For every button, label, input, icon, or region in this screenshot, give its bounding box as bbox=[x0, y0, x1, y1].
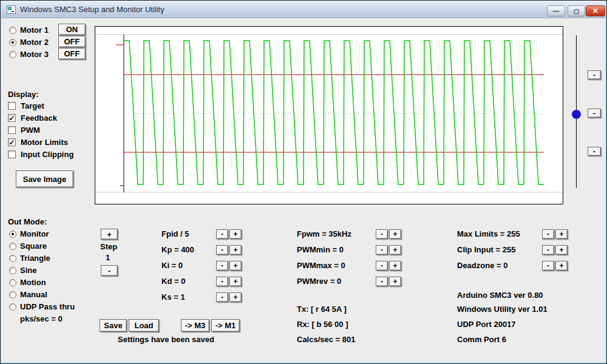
pwm-label: PWM bbox=[21, 126, 40, 135]
load-button[interactable]: Load bbox=[129, 319, 159, 332]
motor1-on-button[interactable]: ON bbox=[58, 24, 86, 35]
app-window: Windows SMC3 Setup and Monitor Utility —… bbox=[0, 0, 607, 364]
maximize-button[interactable]: ▢ bbox=[568, 5, 585, 16]
motor2-radio[interactable] bbox=[9, 39, 16, 46]
pwm-checkbox[interactable] bbox=[8, 126, 16, 134]
pwmrev-plus-button[interactable]: + bbox=[389, 277, 401, 286]
pwmmin-minus-button[interactable]: - bbox=[376, 245, 388, 255]
target-label: Target bbox=[21, 101, 44, 110]
pwmmax-minus-button[interactable]: - bbox=[376, 261, 388, 271]
ks-minus-button[interactable]: - bbox=[216, 292, 228, 302]
deadzone-label: Deadzone = 0 bbox=[457, 261, 507, 270]
kp-label: Kp = 400 bbox=[161, 245, 194, 254]
mode-manual-radio[interactable] bbox=[9, 291, 16, 298]
motor-limits-checkbox[interactable]: ✓ bbox=[8, 138, 16, 146]
ks-label: Ks = 1 bbox=[161, 292, 185, 302]
save-image-button[interactable]: Save Image bbox=[16, 170, 73, 187]
pwmrev-label: PWMrev = 0 bbox=[297, 277, 341, 286]
mode-triangle-label: Triangle bbox=[20, 254, 50, 263]
max-limits-plus-button[interactable]: + bbox=[555, 229, 568, 239]
calcs-per-sec-value: Calcs/sec = 801 bbox=[297, 335, 356, 344]
step-minus-button[interactable]: - bbox=[101, 265, 118, 276]
feedback-checkbox[interactable]: ✓ bbox=[8, 114, 16, 122]
deadzone-minus-button[interactable]: - bbox=[542, 261, 554, 271]
mode-udp-label: UDP Pass thru bbox=[20, 302, 75, 311]
offset-slider-thumb[interactable] bbox=[572, 110, 581, 119]
ki-plus-button[interactable]: + bbox=[229, 261, 242, 271]
motor1-label: Motor 1 bbox=[20, 25, 49, 35]
motor3-off-button[interactable]: OFF bbox=[58, 48, 86, 59]
slider-center-minus-button[interactable]: - bbox=[588, 109, 601, 118]
slider-lower-minus-button[interactable]: - bbox=[588, 147, 601, 156]
ks-plus-button[interactable]: + bbox=[229, 292, 242, 302]
mode-motion-label: Motion bbox=[20, 278, 46, 287]
max-limits-label: Max Limits = 255 bbox=[457, 229, 520, 238]
mode-manual-label: Manual bbox=[20, 290, 47, 299]
motor2-label: Motor 2 bbox=[20, 38, 49, 47]
step-plus-button[interactable]: + bbox=[101, 229, 118, 240]
motor1-radio[interactable] bbox=[9, 27, 16, 34]
pwmmax-plus-button[interactable]: + bbox=[389, 261, 401, 271]
pwmmax-label: PWMmax = 0 bbox=[297, 261, 345, 270]
title-bar[interactable]: Windows SMC3 Setup and Monitor Utility —… bbox=[1, 1, 606, 18]
kd-plus-button[interactable]: + bbox=[229, 277, 242, 286]
tx-value: Tx: [ r 64 5A ] bbox=[297, 305, 347, 314]
minimize-button[interactable]: — bbox=[547, 5, 565, 16]
fpid-plus-button[interactable]: + bbox=[229, 229, 242, 239]
scope-display bbox=[95, 26, 563, 204]
mode-square-label: Square bbox=[20, 241, 47, 251]
pwmrev-minus-button[interactable]: - bbox=[376, 277, 388, 286]
feedback-label: Feedback bbox=[21, 113, 57, 123]
deadzone-plus-button[interactable]: + bbox=[555, 261, 568, 271]
udp-port-text: UDP Port 20017 bbox=[457, 320, 516, 329]
arduino-version-text: Arduino SMC3 ver 0.80 bbox=[457, 291, 543, 300]
mode-sine-radio[interactable] bbox=[9, 267, 16, 274]
mode-motion-radio[interactable] bbox=[9, 279, 16, 286]
comm-port-text: Comm Port 6 bbox=[457, 335, 506, 344]
close-button[interactable]: ✕ bbox=[586, 5, 605, 16]
app-icon bbox=[7, 5, 16, 14]
target-checkbox[interactable] bbox=[8, 102, 16, 110]
mode-monitor-label: Monitor bbox=[20, 229, 49, 238]
pks-per-sec-label: pks/sec = 0 bbox=[20, 314, 63, 323]
pwmmin-plus-button[interactable]: + bbox=[389, 245, 401, 255]
mode-sine-label: Sine bbox=[20, 266, 36, 275]
kp-minus-button[interactable]: - bbox=[216, 245, 228, 255]
windows-utility-version-text: Windows Utility ver 1.01 bbox=[457, 305, 548, 314]
motor3-label: Motor 3 bbox=[20, 50, 49, 59]
to-m1-button[interactable]: -> M1 bbox=[211, 319, 240, 332]
motor3-radio[interactable] bbox=[9, 51, 16, 58]
slider-upper-minus-button[interactable]: - bbox=[588, 70, 601, 79]
mode-square-radio[interactable] bbox=[9, 243, 16, 250]
kp-plus-button[interactable]: + bbox=[229, 245, 242, 255]
kd-label: Kd = 0 bbox=[161, 277, 185, 286]
clip-input-plus-button[interactable]: + bbox=[555, 245, 568, 255]
ki-minus-button[interactable]: - bbox=[216, 261, 228, 271]
pwmmin-label: PWMmin = 0 bbox=[297, 245, 344, 254]
scope-waveform bbox=[95, 27, 563, 204]
fpwm-plus-button[interactable]: + bbox=[389, 229, 401, 239]
window-title: Windows SMC3 Setup and Monitor Utility bbox=[20, 5, 164, 14]
input-clipping-checkbox[interactable] bbox=[8, 150, 16, 158]
clip-input-minus-button[interactable]: - bbox=[542, 245, 554, 255]
step-value: 1 bbox=[106, 253, 110, 262]
mode-triangle-radio[interactable] bbox=[9, 255, 16, 262]
clip-input-label: Clip Input = 255 bbox=[457, 245, 515, 254]
display-section-label: Display: bbox=[8, 90, 39, 99]
motor2-off-button[interactable]: OFF bbox=[58, 36, 86, 47]
out-mode-section-label: Out Mode: bbox=[8, 217, 47, 226]
input-clipping-label: Input Clipping bbox=[21, 150, 73, 159]
save-button[interactable]: Save bbox=[100, 319, 127, 332]
ki-label: Ki = 0 bbox=[161, 261, 183, 270]
to-m3-button[interactable]: -> M3 bbox=[181, 319, 209, 332]
fpwm-label: Fpwm = 35kHz bbox=[297, 229, 351, 238]
max-limits-minus-button[interactable]: - bbox=[542, 229, 554, 239]
motor-limits-label: Motor Limits bbox=[21, 138, 68, 147]
kd-minus-button[interactable]: - bbox=[216, 277, 228, 286]
mode-monitor-radio[interactable] bbox=[9, 231, 16, 238]
step-label: Step bbox=[100, 242, 117, 251]
fpid-minus-button[interactable]: - bbox=[216, 229, 228, 239]
fpwm-minus-button[interactable]: - bbox=[376, 229, 388, 239]
fpid-label: Fpid / 5 bbox=[161, 229, 189, 238]
mode-udp-radio[interactable] bbox=[9, 303, 16, 311]
